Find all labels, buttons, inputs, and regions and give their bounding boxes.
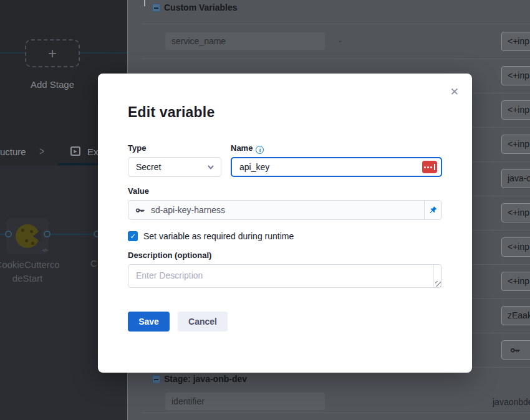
runtime-input-chip[interactable]: <+inp xyxy=(501,203,530,222)
node-label: CookieCutterco deStart xyxy=(0,258,71,285)
runtime-input-chip[interactable]: <+inp xyxy=(501,66,530,85)
value-chip[interactable]: zEaak xyxy=(501,306,530,325)
value-chip[interactable]: java-o xyxy=(501,169,530,188)
variable-value-cell: - xyxy=(339,36,342,46)
variable-name-cell: identifier xyxy=(165,393,325,410)
key-icon xyxy=(509,345,521,356)
value-label: Value xyxy=(128,186,149,196)
chevron-down-icon xyxy=(207,163,214,171)
collapse-minus-icon[interactable] xyxy=(152,4,160,12)
node-port-left[interactable] xyxy=(5,231,12,237)
type-label: Type xyxy=(128,143,146,153)
add-stage-label[interactable]: Add Stage xyxy=(0,79,105,90)
node2-label-partial: C xyxy=(90,258,97,269)
screen: + Add Stage ucture > ▶ Ex </> CookieCutt… xyxy=(0,0,530,420)
secret-value-field: sd-api-key-harness xyxy=(128,200,442,220)
description-textarea[interactable] xyxy=(128,264,442,288)
runtime-input-chip[interactable]: <+inp xyxy=(501,32,530,51)
code-icon: </> xyxy=(42,247,47,253)
password-manager-badge-icon[interactable] xyxy=(422,161,437,173)
section-title: Custom Variables xyxy=(164,2,238,12)
pipeline-node-cookiecutter[interactable]: </> xyxy=(6,218,49,254)
type-select[interactable]: Secret xyxy=(128,157,221,177)
row-separator xyxy=(142,24,530,24)
pin-button[interactable] xyxy=(424,200,442,220)
pin-icon xyxy=(428,206,438,215)
runtime-input-chip[interactable]: <+inp xyxy=(501,237,530,257)
name-field-wrap xyxy=(231,157,442,177)
stage-section-header: Stage: java-onb-dev xyxy=(128,371,530,395)
node-label-line1: CookieCutterco xyxy=(0,258,71,272)
tab-execution[interactable]: Ex xyxy=(87,146,99,157)
name-label-text: Name xyxy=(231,143,253,153)
description-label: Description (optional) xyxy=(128,251,211,260)
dialog-title: Edit variable xyxy=(128,104,214,121)
close-icon[interactable]: ✕ xyxy=(450,85,459,98)
row-separator xyxy=(142,59,530,59)
row-separator xyxy=(142,413,530,413)
chevron-right-icon: > xyxy=(39,145,44,158)
plus-icon: + xyxy=(48,46,57,61)
required-checkbox-label: Set variable as required during runtime xyxy=(143,231,294,241)
cancel-button[interactable]: Cancel xyxy=(178,312,228,332)
cookie-step-icon xyxy=(16,224,39,248)
node-port-right[interactable] xyxy=(44,231,51,237)
runtime-input-chip[interactable]: <+inp xyxy=(501,100,530,120)
edit-variable-dialog: ✕ Edit variable Type Namei Secret Value … xyxy=(98,74,472,373)
runtime-input-chip[interactable]: <+inp xyxy=(501,272,530,291)
runtime-input-chip[interactable]: <+inp xyxy=(501,135,530,154)
identifier-value: javaonbde xyxy=(493,397,530,407)
secret-reference-input[interactable]: sd-api-key-harness xyxy=(128,200,424,220)
custom-variables-header: Custom Variables xyxy=(128,0,530,24)
variable-name-cell: service_name xyxy=(165,32,325,50)
required-checkbox-row[interactable]: ✓ Set variable as required during runtim… xyxy=(128,231,294,241)
execution-icon: ▶ xyxy=(70,146,80,156)
secret-value-chip[interactable] xyxy=(501,340,530,360)
name-label: Namei xyxy=(231,143,264,154)
tab-infrastructure[interactable]: ucture xyxy=(0,146,26,157)
collapse-minus-icon[interactable] xyxy=(152,375,160,383)
add-stage-button[interactable]: + xyxy=(25,39,80,67)
info-icon[interactable]: i xyxy=(256,146,264,154)
secret-reference-text: sd-api-key-harness xyxy=(151,205,225,215)
save-button[interactable]: Save xyxy=(128,312,170,332)
description-field-wrap xyxy=(128,264,442,288)
key-icon xyxy=(135,205,145,216)
type-select-value: Secret xyxy=(136,162,207,172)
section-title: Stage: java-onb-dev xyxy=(164,374,247,384)
node-label-line2: deStart xyxy=(0,272,71,285)
checkbox-checked[interactable]: ✓ xyxy=(128,231,138,241)
name-input[interactable] xyxy=(231,157,442,177)
